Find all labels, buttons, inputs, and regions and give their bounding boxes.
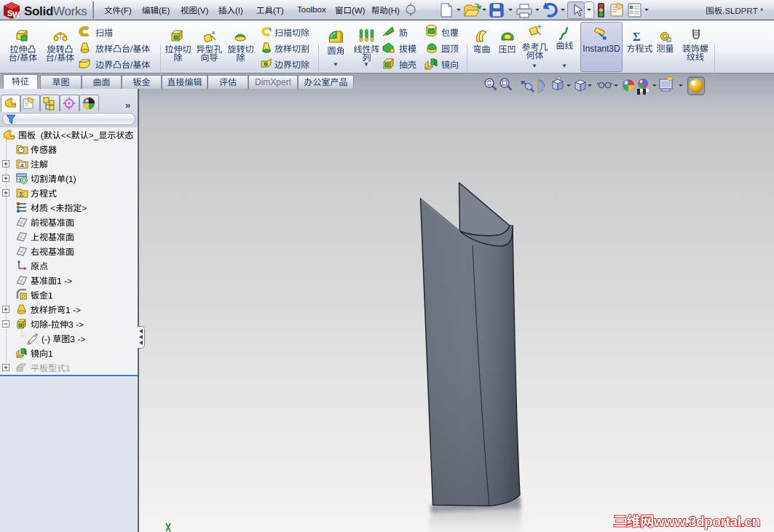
svg-text:✳: ✳: [211, 31, 216, 36]
svg-text:W: W: [12, 10, 20, 19]
svg-text:Σ: Σ: [20, 191, 24, 198]
svg-text:Σ: Σ: [633, 31, 640, 42]
svg-text:✳: ✳: [537, 24, 542, 31]
svg-text:A: A: [20, 162, 25, 169]
